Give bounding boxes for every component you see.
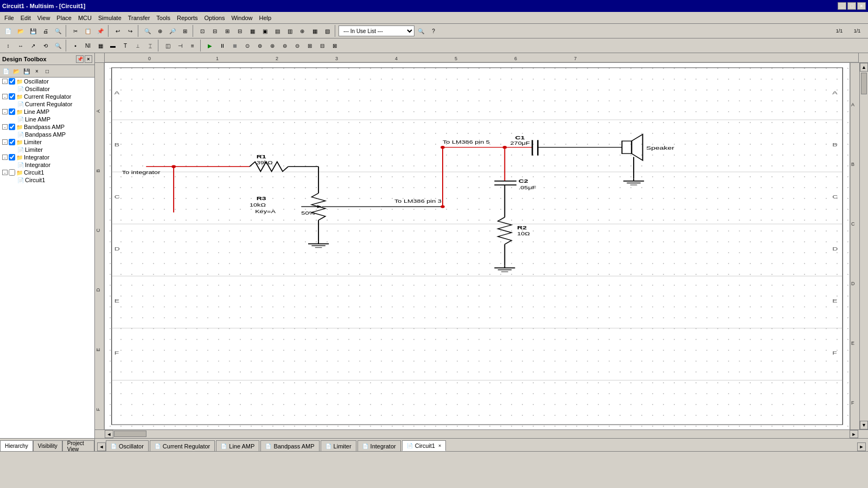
sim-ctrl5[interactable]: ⊝ <box>291 40 303 52</box>
tab-limiter[interactable]: 📄 Limiter <box>321 440 356 451</box>
tree-close-btn[interactable]: × <box>32 66 42 76</box>
component-btn[interactable]: ⊡ <box>196 25 208 37</box>
tree-item-current-reg[interactable]: - 📁 Current Regulator <box>0 93 94 100</box>
tab-bandpass-amp[interactable]: 📄 Bandpass AMP <box>260 440 319 451</box>
menu-reports[interactable]: Reports <box>174 12 201 23</box>
tb2-btn11[interactable]: ⟂ <box>132 40 144 52</box>
check-circuit1[interactable] <box>9 169 15 176</box>
expand-integrator[interactable]: - <box>2 155 8 160</box>
scroll-right-btn[interactable]: ► <box>850 430 858 438</box>
cut-button[interactable]: ✂ <box>69 25 81 37</box>
close-button[interactable]: × <box>857 2 866 10</box>
tree-item-oscillator-child[interactable]: 📄 Oscillator <box>0 85 94 93</box>
sim-ctrl6[interactable]: ⊞ <box>304 40 316 52</box>
print-button[interactable]: 🖨 <box>40 25 52 37</box>
zoom-area-button[interactable]: ⊕ <box>154 25 166 37</box>
menu-view[interactable]: View <box>34 12 54 23</box>
expand-line-amp[interactable]: - <box>2 109 8 114</box>
check-oscillator[interactable] <box>9 78 15 85</box>
expand-limiter[interactable]: - <box>2 139 8 145</box>
sim-btn3[interactable]: ▣ <box>259 25 271 37</box>
panel-close-button[interactable]: × <box>85 55 92 63</box>
menu-edit[interactable]: Edit <box>17 12 34 23</box>
menu-options[interactable]: Options <box>201 12 228 23</box>
tb2-btn6[interactable]: ▪ <box>69 40 81 52</box>
maximize-button[interactable]: □ <box>847 2 856 10</box>
schematic-canvas[interactable]: A B C D E F A B C D E F <box>105 63 850 429</box>
tree-item-circuit1[interactable]: - 📁 Circuit1 <box>0 169 94 176</box>
tb2-btn13[interactable]: ◫ <box>162 40 174 52</box>
menu-file[interactable]: File <box>1 12 17 23</box>
print-preview-button[interactable]: 🔍 <box>52 25 64 37</box>
tab-oscillator[interactable]: 📄 Oscillator <box>106 440 149 451</box>
tab-integrator[interactable]: 📄 Integrator <box>358 440 401 451</box>
tab-scroll-left[interactable]: ◄ <box>97 442 106 451</box>
tree-item-circuit1-child[interactable]: 📄 Circuit1 <box>0 176 94 184</box>
menu-help[interactable]: Help <box>256 12 275 23</box>
tb2-btn15[interactable]: ≡ <box>187 40 199 52</box>
scroll-thumb-v[interactable] <box>861 73 867 94</box>
tree-item-bandpass-child[interactable]: 📄 Bandpass AMP <box>0 131 94 138</box>
scrollbar-vertical[interactable]: ▲ ▼ <box>859 63 868 429</box>
menu-tools[interactable]: Tools <box>153 12 174 23</box>
in-use-list-dropdown[interactable]: --- In Use List --- <box>339 25 414 36</box>
play-button[interactable]: ▶ <box>204 40 216 52</box>
menu-transfer[interactable]: Transfer <box>125 12 154 23</box>
toggle-btn1[interactable]: 1/1 <box>831 25 848 37</box>
tb2-btn12[interactable]: ⌶ <box>144 40 156 52</box>
paste-button[interactable]: 📌 <box>94 25 106 37</box>
sim-btn4[interactable]: ▤ <box>271 25 283 37</box>
toggle-btn2[interactable]: 1/1 <box>848 25 866 37</box>
pause-button[interactable]: ⏸ <box>216 40 228 52</box>
scrollbar-horizontal[interactable]: ◄ ► <box>105 430 858 438</box>
sim-btn2[interactable]: ▦ <box>246 25 258 37</box>
tab-circuit1-close[interactable]: × <box>438 443 441 448</box>
tab-line-amp[interactable]: 📄 Line AMP <box>216 440 259 451</box>
tb2-btn7[interactable]: NI <box>82 40 94 52</box>
tb2-btn4[interactable]: ⟲ <box>40 40 52 52</box>
sim-ctrl1[interactable]: ⊙ <box>241 40 253 52</box>
scroll-up-btn[interactable]: ▲ <box>860 63 868 72</box>
sim-btn6[interactable]: ⊕ <box>296 25 308 37</box>
zoom-in-button[interactable]: 🔍 <box>142 25 154 37</box>
tb2-btn1[interactable]: ↕ <box>2 40 14 52</box>
new-button[interactable]: 📄 <box>2 25 14 37</box>
sim-ctrl8[interactable]: ⊠ <box>329 40 341 52</box>
check-line-amp[interactable] <box>9 108 15 115</box>
tab-scroll-right[interactable]: ► <box>857 442 866 451</box>
check-limiter[interactable] <box>9 139 15 145</box>
tree-toggle-btn[interactable]: □ <box>42 66 52 76</box>
tab-visibility[interactable]: Visibility <box>33 440 62 451</box>
redo-button[interactable]: ↪ <box>124 25 136 37</box>
window-controls[interactable]: _ □ × <box>838 2 866 10</box>
expand-circuit1[interactable]: - <box>2 170 8 175</box>
tree-item-bandpass[interactable]: - 📁 Bandpass AMP <box>0 123 94 131</box>
minimize-button[interactable]: _ <box>838 2 846 10</box>
tree-item-line-amp-child[interactable]: 📄 Line AMP <box>0 115 94 123</box>
check-bandpass[interactable] <box>9 124 15 130</box>
menu-mcu[interactable]: MCU <box>75 12 95 23</box>
copy-button[interactable]: 📋 <box>82 25 94 37</box>
open-button[interactable]: 📂 <box>15 25 27 37</box>
tab-project-view[interactable]: Project View <box>62 440 94 451</box>
tab-hierarchy[interactable]: Hierarchy <box>0 440 33 451</box>
zoom-fit-button[interactable]: ⊞ <box>179 25 191 37</box>
tree-item-oscillator-root[interactable]: - 📁 Oscillator <box>0 78 94 85</box>
db-btn[interactable]: ⊞ <box>221 25 233 37</box>
sim-ctrl2[interactable]: ⊚ <box>254 40 266 52</box>
tb2-btn10[interactable]: T <box>119 40 131 52</box>
tree-item-limiter-child[interactable]: 📄 Limiter <box>0 146 94 153</box>
check-current-reg[interactable] <box>9 93 15 100</box>
tab-current-regulator[interactable]: 📄 Current Regulator <box>150 440 215 451</box>
spreadsheet-btn[interactable]: ⊟ <box>209 25 221 37</box>
expand-current-reg[interactable]: - <box>2 94 8 99</box>
sim-ctrl3[interactable]: ⊛ <box>266 40 278 52</box>
sim-btn1[interactable]: ⊟ <box>234 25 246 37</box>
menu-place[interactable]: Place <box>53 12 75 23</box>
undo-button[interactable]: ↩ <box>112 25 124 37</box>
tree-item-current-reg-child[interactable]: 📄 Current Regulator <box>0 100 94 108</box>
tree-item-integrator-child[interactable]: 📄 Integrator <box>0 161 94 169</box>
scroll-thumb-h[interactable] <box>114 431 146 437</box>
help-button[interactable]: ? <box>427 25 439 37</box>
tb2-btn5[interactable]: 🔍 <box>52 40 64 52</box>
